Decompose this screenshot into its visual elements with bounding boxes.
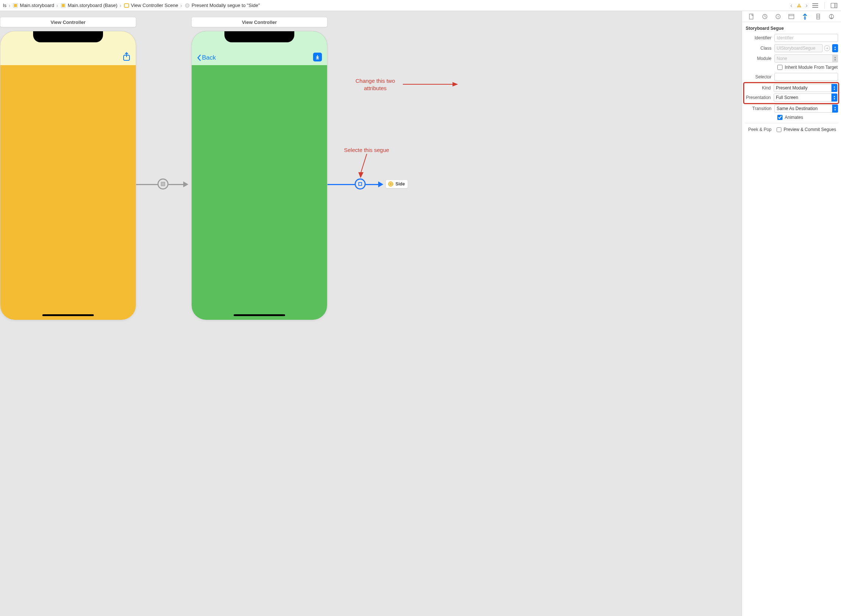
kind-label: Kind (744, 85, 774, 91)
device-notch (33, 31, 103, 42)
storyboard-base-icon (60, 3, 66, 9)
svg-rect-21 (359, 182, 362, 185)
svg-rect-17 (161, 182, 165, 186)
svg-rect-18 (162, 183, 164, 185)
device-notch (224, 31, 294, 42)
section-title: Storyboard Segue (745, 24, 838, 34)
phone-mockup[interactable]: Back Next (191, 31, 327, 320)
segue-connection[interactable] (168, 184, 183, 185)
chevron-right-icon: › (118, 3, 123, 9)
svg-marker-25 (358, 172, 363, 178)
inherit-module-checkbox[interactable] (777, 65, 782, 70)
class-input[interactable] (774, 44, 823, 52)
main-area: View Controller Next (0, 11, 841, 616)
segue-node-selected-icon[interactable] (355, 179, 366, 189)
chevron-left-icon (197, 54, 201, 62)
module-input[interactable] (774, 54, 838, 63)
breadcrumb-item[interactable]: ls (2, 3, 7, 8)
svg-rect-30 (789, 14, 794, 19)
history-forward-button[interactable]: › (806, 2, 807, 9)
svg-rect-8 (799, 7, 799, 7)
class-dropdown-icon[interactable]: ▴▾ (832, 44, 838, 52)
back-label: Back (202, 54, 216, 62)
destination-chip-side[interactable]: Side (385, 180, 408, 188)
destination-label: Side (396, 182, 405, 186)
selector-input[interactable] (774, 73, 838, 81)
dropdown-stepper-icon[interactable]: ▴▾ (832, 104, 838, 113)
annotation-change-attrs: Change this two attributes (346, 77, 405, 92)
identity-inspector-tab[interactable] (787, 13, 796, 21)
chevron-right-icon: › (55, 3, 60, 9)
share-icon[interactable] (123, 52, 130, 62)
presentation-select[interactable]: Full Screen (774, 94, 837, 101)
annotation-select-segue: Selecte this segue (344, 147, 389, 154)
peek-pop-checkbox[interactable] (777, 127, 781, 132)
svg-rect-4 (125, 4, 129, 7)
inspector-body: Storyboard Segue Identifier Class ➜ ▴▾ M… (742, 22, 841, 139)
inherit-module-label: Inherit Module From Target (785, 65, 838, 70)
breadcrumb-label: Main.storyboard (Base) (68, 3, 117, 8)
svg-rect-10 (812, 5, 818, 6)
transition-label: Transition (745, 106, 774, 111)
goto-class-icon[interactable]: ➜ (824, 45, 830, 51)
topbar-right-tools: ‹ › (790, 1, 839, 10)
segue-connection-selected[interactable] (366, 184, 378, 185)
transition-select[interactable]: Same As Destination (774, 104, 838, 113)
chevron-right-icon: › (7, 3, 12, 9)
storyboard-canvas[interactable]: View Controller Next (0, 11, 742, 616)
attributes-inspector-tab[interactable] (801, 13, 809, 21)
arrowhead-icon (183, 182, 188, 187)
breadcrumb-label: ls (3, 3, 6, 8)
svg-line-24 (360, 154, 367, 174)
history-back-button[interactable]: ‹ (790, 2, 792, 9)
editor-topbar: ls › Main.storyboard › Main.storyboard (… (0, 0, 841, 11)
issues-warning-icon[interactable] (796, 3, 802, 9)
class-label: Class (745, 45, 774, 51)
scene-title-tab[interactable]: View Controller (191, 17, 327, 27)
breadcrumb-label: Main.storyboard (20, 3, 54, 8)
related-items-button[interactable] (811, 1, 819, 10)
dropdown-stepper-icon[interactable]: ▴▾ (831, 84, 837, 92)
svg-rect-6 (186, 5, 188, 6)
animates-label: Animates (785, 115, 803, 120)
adjust-editor-button[interactable] (830, 1, 838, 10)
breadcrumb-item[interactable]: View Controller Scene (123, 3, 179, 9)
segue-connection-selected[interactable] (327, 184, 355, 185)
history-inspector-tab[interactable] (761, 13, 769, 21)
svg-point-5 (185, 4, 189, 7)
breadcrumb[interactable]: ls › Main.storyboard › Main.storyboard (… (2, 3, 790, 9)
size-inspector-tab[interactable] (814, 13, 822, 21)
kind-select[interactable]: Present Modally (774, 84, 837, 92)
home-indicator (234, 314, 285, 316)
arrowhead-icon (378, 182, 383, 187)
segue-node-icon[interactable] (157, 179, 168, 189)
breadcrumb-label: View Controller Scene (131, 3, 178, 8)
scene-icon (124, 3, 129, 9)
annotation-arrow-icon (403, 81, 458, 88)
storyboard-file-icon (13, 3, 18, 9)
segue-icon (184, 3, 190, 9)
breadcrumb-label: Present Modally segue to "Side" (192, 3, 260, 8)
module-dropdown-icon[interactable]: ▴▾ (832, 54, 838, 63)
inspector-tabs[interactable]: ? (742, 11, 841, 22)
animates-checkbox[interactable] (777, 115, 782, 120)
svg-rect-1 (14, 4, 17, 7)
svg-rect-7 (799, 5, 799, 6)
help-inspector-tab[interactable]: ? (774, 13, 782, 21)
breadcrumb-item[interactable]: Present Modally segue to "Side" (183, 3, 261, 9)
download-icon[interactable] (313, 53, 322, 62)
module-label: Module (745, 56, 774, 61)
dropdown-stepper-icon[interactable]: ▴▾ (831, 94, 837, 101)
connections-inspector-tab[interactable] (827, 13, 835, 21)
breadcrumb-item[interactable]: Main.storyboard (Base) (60, 3, 118, 9)
identifier-input[interactable] (774, 34, 838, 42)
breadcrumb-item[interactable]: Main.storyboard (12, 3, 55, 9)
selector-label: Selector (745, 74, 774, 79)
svg-rect-9 (812, 3, 818, 4)
segue-connection[interactable] (136, 184, 158, 185)
viewcontroller-icon (388, 182, 393, 186)
back-button[interactable]: Back (197, 54, 216, 62)
phone-mockup[interactable]: Next (0, 31, 136, 320)
scene-title-tab[interactable]: View Controller (0, 17, 136, 27)
file-inspector-tab[interactable] (747, 13, 756, 21)
